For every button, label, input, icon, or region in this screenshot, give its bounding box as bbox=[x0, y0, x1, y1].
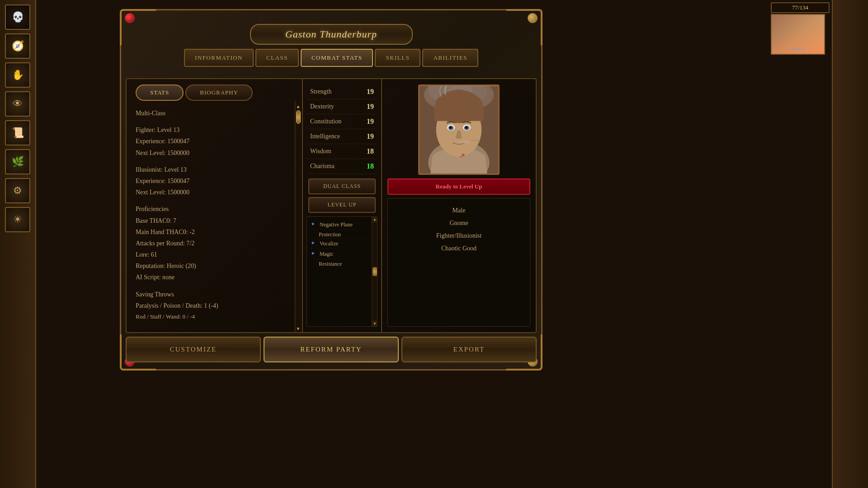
char-gender: Male bbox=[393, 204, 524, 217]
spell-icon-2: ✦ bbox=[311, 240, 318, 247]
attr-charisma: Charisma 18 bbox=[307, 159, 377, 174]
title-bar: Gaston Thunderburp bbox=[250, 24, 413, 45]
proficiencies-label: Proficiencies bbox=[136, 203, 293, 215]
illusionist-exp: Experience: 1500047 bbox=[136, 175, 293, 187]
attr-strength-label: Strength bbox=[310, 88, 331, 95]
lore-value: Lore: 61 bbox=[136, 249, 293, 260]
spell-icon-1: ✦ bbox=[311, 221, 318, 228]
attr-dexterity-value: 19 bbox=[367, 103, 374, 111]
corner-decoration-tr bbox=[506, 9, 542, 45]
fighter-exp: Experience: 1500047 bbox=[136, 136, 293, 147]
attr-dexterity: Dexterity 19 bbox=[307, 99, 377, 114]
char-class: Fighter/Illusionist bbox=[393, 230, 524, 242]
fighter-section: Fighter: Level 13 Experience: 1500047 Ne… bbox=[136, 124, 293, 159]
spell-icon-3: ✦ bbox=[311, 250, 318, 258]
scroll-down-arrow[interactable]: ▼ bbox=[296, 325, 301, 330]
spell-name-3b: Resistance bbox=[310, 259, 374, 268]
spell-scroll-thumb[interactable] bbox=[373, 267, 377, 276]
level-up-button[interactable]: LEVEL UP bbox=[308, 197, 376, 213]
attr-charisma-value: 18 bbox=[367, 162, 374, 170]
spell-name-2: Vocalize bbox=[320, 240, 338, 247]
sidebar-icon-book[interactable]: 📜 bbox=[5, 120, 30, 145]
stats-content: Multi-Class Fighter: Level 13 Experience… bbox=[127, 101, 302, 332]
attr-constitution-value: 19 bbox=[367, 117, 374, 126]
spell-scroll-up[interactable]: ▲ bbox=[372, 217, 377, 222]
character-class: Multi-Class bbox=[136, 108, 293, 119]
level-up-banner[interactable]: Ready to Level Up bbox=[387, 178, 530, 195]
attr-constitution-label: Constitution bbox=[310, 118, 341, 125]
attr-intelligence-label: Intelligence bbox=[310, 133, 340, 140]
left-panel: STATS BIOGRAPHY Multi-Class Fighter: Lev… bbox=[127, 79, 303, 332]
right-panel: Ready to Level Up Male Gnome Fighter/Ill… bbox=[382, 79, 536, 332]
proficiencies-section: Proficiencies Base THAC0: 7 Main Hand TH… bbox=[136, 203, 293, 283]
attacks-per-round: Attacks per Round: 7/2 bbox=[136, 238, 293, 249]
scroll-thumb[interactable] bbox=[296, 110, 301, 124]
nav-tabs: INFORMATION CLASS COMBAT STATS SKILLS AB… bbox=[121, 49, 541, 67]
attr-wisdom-label: Wisdom bbox=[310, 148, 331, 155]
character-sheet-window: Gaston Thunderburp INFORMATION CLASS COM… bbox=[120, 9, 542, 371]
attr-strength: Strength 19 bbox=[307, 84, 377, 99]
spell-name-3-a: Magic bbox=[320, 251, 334, 258]
corner-decoration-tl bbox=[120, 9, 156, 45]
spell-item-1: ✦ Negative Plane bbox=[310, 220, 374, 230]
hp-current: 77 bbox=[792, 4, 798, 11]
sidebar-icon-gear[interactable]: ⚙ bbox=[5, 178, 30, 203]
spell-name-1b: Protection bbox=[310, 230, 374, 239]
sidebar-icon-sun[interactable]: ☀ bbox=[5, 207, 30, 232]
tab-skills[interactable]: SKILLS bbox=[375, 49, 420, 67]
portrait-image bbox=[420, 86, 498, 174]
fighter-next: Next Level: 1500000 bbox=[136, 147, 293, 159]
dual-class-button[interactable]: DUAL CLASS bbox=[308, 178, 376, 194]
content-area: STATS BIOGRAPHY Multi-Class Fighter: Lev… bbox=[126, 78, 537, 333]
reputation: Reputation: Heroic (20) bbox=[136, 260, 293, 272]
attr-constitution: Constitution 19 bbox=[307, 114, 377, 129]
spell-scrollbar[interactable]: ▲ ▼ bbox=[372, 217, 377, 326]
spell-scroll-down[interactable]: ▼ bbox=[372, 321, 377, 326]
tab-abilities[interactable]: ABILITIES bbox=[422, 49, 478, 67]
sidebar-icon-hand[interactable]: ✋ bbox=[5, 62, 30, 88]
sidebar-icon-skull[interactable]: 💀 bbox=[5, 5, 30, 30]
hp-max: 134 bbox=[800, 4, 809, 11]
class-buttons: DUAL CLASS LEVEL UP bbox=[307, 178, 377, 213]
spell-item-2: ✦ Vocalize bbox=[310, 239, 374, 249]
sub-tabs: STATS BIOGRAPHY bbox=[127, 79, 302, 101]
export-button[interactable]: EXPORT bbox=[401, 337, 537, 362]
sidebar-icon-eye[interactable]: 👁 bbox=[5, 91, 30, 117]
paralysis-value: Paralysis / Poison / Death: 1 (-4) bbox=[136, 300, 293, 311]
tab-information[interactable]: INFORMATION bbox=[184, 49, 254, 67]
char-race: Gnome bbox=[393, 217, 524, 230]
tab-class[interactable]: CLASS bbox=[255, 49, 299, 67]
customize-button[interactable]: CUSTOMIZE bbox=[126, 337, 261, 362]
illusionist-next: Next Level: 1500000 bbox=[136, 187, 293, 198]
attr-wisdom: Wisdom 18 bbox=[307, 144, 377, 159]
ai-script: AI Script: none bbox=[136, 272, 293, 283]
gem-top-right bbox=[528, 13, 538, 23]
svg-rect-18 bbox=[420, 86, 498, 173]
scroll-up-arrow[interactable]: ▲ bbox=[296, 103, 301, 108]
scroll-bar[interactable]: ▲ ▼ bbox=[295, 101, 301, 332]
attr-wisdom-value: 18 bbox=[367, 147, 374, 155]
attr-intelligence-value: 19 bbox=[367, 132, 374, 141]
attributes-panel: Strength 19 Dexterity 19 Constitution 19… bbox=[303, 79, 382, 332]
spell-name-1: Negative Plane bbox=[320, 221, 353, 228]
sidebar-icon-leaf[interactable]: 🌿 bbox=[5, 149, 30, 174]
sub-tab-stats[interactable]: STATS bbox=[136, 84, 184, 101]
thac0-main: Main Hand THAC0: -2 bbox=[136, 226, 293, 238]
attr-strength-value: 19 bbox=[367, 88, 374, 96]
attr-dexterity-label: Dexterity bbox=[310, 103, 334, 110]
attr-intelligence: Intelligence 19 bbox=[307, 129, 377, 144]
sidebar-icon-compass[interactable]: 🧭 bbox=[5, 33, 30, 59]
tab-combat-stats[interactable]: COMBAT STATS bbox=[301, 49, 373, 67]
gem-top-left bbox=[125, 13, 135, 23]
reform-party-button[interactable]: REFORM PARTY bbox=[264, 337, 399, 362]
character-name: Gaston Thunderburp bbox=[285, 28, 377, 40]
spells-area: ✦ Negative Plane Protection ✦ Vocalize ✦… bbox=[307, 216, 377, 327]
fighter-level: Fighter: Level 13 bbox=[136, 124, 293, 136]
sub-tab-biography[interactable]: BIOGRAPHY bbox=[185, 84, 253, 101]
spell-item-3: ✦ Magic bbox=[310, 249, 374, 259]
rod-staff-value: Rod / Staff / Wand: 0 / -4 bbox=[136, 311, 293, 322]
attr-charisma-label: Charisma bbox=[310, 163, 335, 170]
sidebar-left: 💀 🧭 ✋ 👁 📜 🌿 ⚙ ☀ bbox=[0, 0, 36, 488]
portrait-frame bbox=[418, 84, 500, 175]
bottom-buttons: CUSTOMIZE REFORM PARTY EXPORT bbox=[126, 337, 537, 362]
